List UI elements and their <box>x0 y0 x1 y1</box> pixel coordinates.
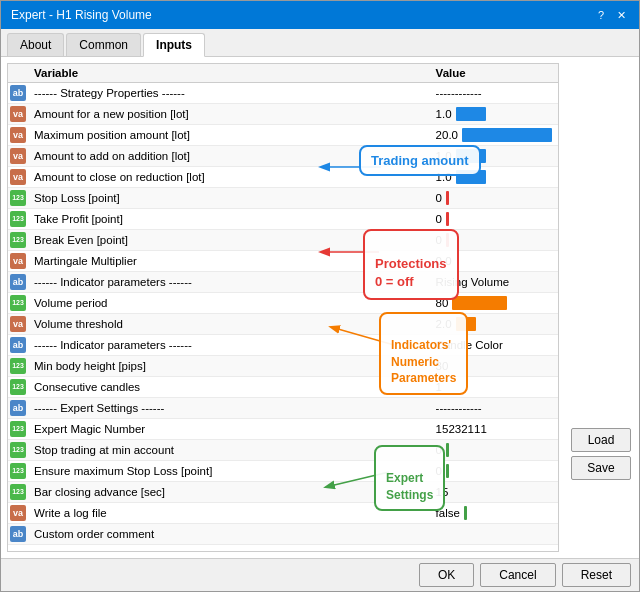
row-name: Break Even [point] <box>28 230 430 251</box>
row-icon: ab <box>8 335 28 356</box>
row-icon: 123 <box>8 188 28 209</box>
row-name: Volume period <box>28 293 430 314</box>
row-value[interactable]: 0 <box>430 461 558 482</box>
table-row[interactable]: vaAmount to close on reduction [lot]1.0 <box>8 167 558 188</box>
table-row[interactable]: abCustom order comment <box>8 524 558 545</box>
row-icon: ab <box>8 398 28 419</box>
row-name: Custom order comment <box>28 524 430 545</box>
table-body: ab------ Strategy Properties -----------… <box>8 83 558 545</box>
title-controls: ? ✕ <box>593 7 629 23</box>
row-value[interactable]: Candle Color <box>430 335 558 356</box>
row-value[interactable]: 15232111 <box>430 419 558 440</box>
row-icon: 123 <box>8 440 28 461</box>
row-icon: 123 <box>8 230 28 251</box>
table-header: Variable Value <box>8 64 558 83</box>
row-name: Amount to add on addition [lot] <box>28 146 430 167</box>
table-row[interactable]: 123Bar closing advance [sec]15 <box>8 482 558 503</box>
tab-about[interactable]: About <box>7 33 64 56</box>
row-icon: va <box>8 251 28 272</box>
row-name: Write a log file <box>28 503 430 524</box>
row-icon: 123 <box>8 482 28 503</box>
row-name: ------ Strategy Properties ------ <box>28 83 430 104</box>
row-value[interactable]: 30 <box>430 356 558 377</box>
row-value[interactable] <box>430 524 558 545</box>
row-name: Stop trading at min account <box>28 440 430 461</box>
row-name: Take Profit [point] <box>28 209 430 230</box>
table-row[interactable]: 123Min body height [pips]30 <box>8 356 558 377</box>
row-value[interactable]: 1 <box>430 377 558 398</box>
row-icon: 123 <box>8 377 28 398</box>
load-button[interactable]: Load <box>571 428 631 452</box>
row-icon: va <box>8 314 28 335</box>
table-row[interactable]: 123Take Profit [point]0 <box>8 209 558 230</box>
table-row[interactable]: vaAmount to add on addition [lot]1.0 <box>8 146 558 167</box>
table-row[interactable]: 123Break Even [point]0 <box>8 230 558 251</box>
row-value[interactable]: 0 <box>430 209 558 230</box>
row-value[interactable]: 0 <box>430 440 558 461</box>
row-name: Min body height [pips] <box>28 356 430 377</box>
table-row[interactable]: 123Stop Loss [point]0 <box>8 188 558 209</box>
row-name: Stop Loss [point] <box>28 188 430 209</box>
row-value[interactable]: Rising Volume <box>430 272 558 293</box>
table-row[interactable]: ab------ Indicator parameters ------Cand… <box>8 335 558 356</box>
row-value[interactable]: 0 <box>430 188 558 209</box>
table-row[interactable]: vaMartingale Multiplier0.0 <box>8 251 558 272</box>
table-row[interactable]: vaAmount for a new position [lot]1.0 <box>8 104 558 125</box>
row-name: Maximum position amount [lot] <box>28 125 430 146</box>
row-icon: 123 <box>8 356 28 377</box>
window-title: Expert - H1 Rising Volume <box>11 8 152 22</box>
tab-inputs[interactable]: Inputs <box>143 33 205 57</box>
row-name: Volume threshold <box>28 314 430 335</box>
row-icon: va <box>8 167 28 188</box>
parameters-table: Variable Value ab------ Strategy Propert… <box>8 64 558 545</box>
col-variable: Variable <box>28 64 430 83</box>
table-row[interactable]: vaMaximum position amount [lot]20.0 <box>8 125 558 146</box>
row-icon: ab <box>8 524 28 545</box>
row-icon: 123 <box>8 209 28 230</box>
table-row[interactable]: ab------ Indicator parameters ------Risi… <box>8 272 558 293</box>
row-value[interactable]: ------------ <box>430 398 558 419</box>
table-row[interactable]: vaVolume threshold2.0 <box>8 314 558 335</box>
tab-common[interactable]: Common <box>66 33 141 56</box>
save-button[interactable]: Save <box>571 456 631 480</box>
row-value[interactable]: 0.0 <box>430 251 558 272</box>
row-icon: ab <box>8 272 28 293</box>
row-icon: 123 <box>8 293 28 314</box>
row-icon: ab <box>8 83 28 104</box>
ok-button[interactable]: OK <box>419 563 474 587</box>
col-value: Value <box>430 64 558 83</box>
row-value[interactable]: 1.0 <box>430 167 558 188</box>
row-icon: va <box>8 104 28 125</box>
table-row[interactable]: 123Consecutive candles1 <box>8 377 558 398</box>
row-name: Amount to close on reduction [lot] <box>28 167 430 188</box>
row-value[interactable]: 15 <box>430 482 558 503</box>
reset-button[interactable]: Reset <box>562 563 631 587</box>
table-row[interactable]: 123Expert Magic Number15232111 <box>8 419 558 440</box>
row-value[interactable]: 20.0 <box>430 125 558 146</box>
row-value[interactable]: 0 <box>430 230 558 251</box>
tab-bar: About Common Inputs <box>1 29 639 57</box>
close-button[interactable]: ✕ <box>613 7 629 23</box>
cancel-button[interactable]: Cancel <box>480 563 555 587</box>
row-name: Ensure maximum Stop Loss [point] <box>28 461 430 482</box>
table-row[interactable]: 123Stop trading at min account0 <box>8 440 558 461</box>
row-value[interactable]: 1.0 <box>430 104 558 125</box>
row-value[interactable]: 80 <box>430 293 558 314</box>
table-row[interactable]: vaWrite a log filefalse <box>8 503 558 524</box>
table-row[interactable]: 123Ensure maximum Stop Loss [point]0 <box>8 461 558 482</box>
help-button[interactable]: ? <box>593 7 609 23</box>
row-value[interactable]: ------------ <box>430 83 558 104</box>
row-value[interactable]: 2.0 <box>430 314 558 335</box>
row-name: Expert Magic Number <box>28 419 430 440</box>
row-icon: 123 <box>8 419 28 440</box>
table-row[interactable]: 123Volume period80 <box>8 293 558 314</box>
row-value[interactable]: 1.0 <box>430 146 558 167</box>
row-name: Bar closing advance [sec] <box>28 482 430 503</box>
row-name: Consecutive candles <box>28 377 430 398</box>
row-value[interactable]: false <box>430 503 558 524</box>
row-name: Martingale Multiplier <box>28 251 430 272</box>
table-row[interactable]: ab------ Expert Settings ---------------… <box>8 398 558 419</box>
row-icon: va <box>8 125 28 146</box>
row-icon: va <box>8 503 28 524</box>
table-row[interactable]: ab------ Strategy Properties -----------… <box>8 83 558 104</box>
